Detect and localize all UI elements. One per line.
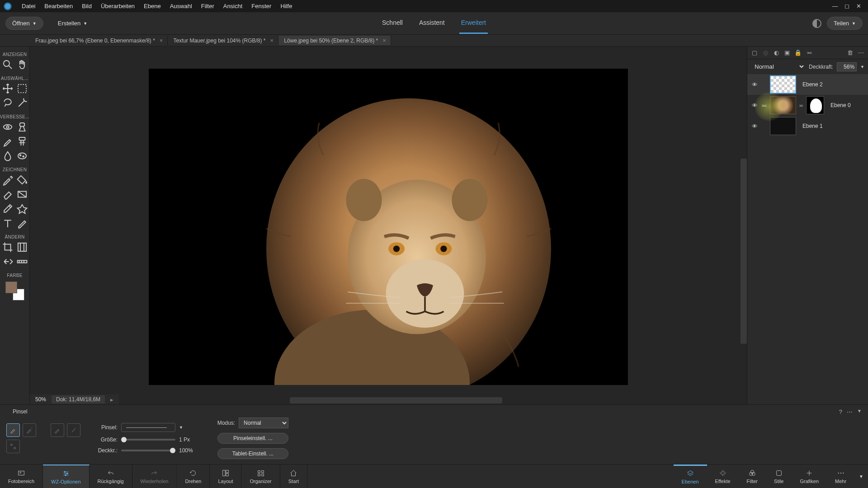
layer-row-ebene1[interactable]: 👁 Ebene 1	[747, 116, 868, 136]
opacity-input[interactable]	[837, 62, 857, 71]
clone-tool[interactable]	[16, 136, 28, 147]
eyedropper-tool[interactable]	[2, 203, 14, 215]
menu-fenster[interactable]: Fenster	[247, 3, 276, 9]
taskbar-layers[interactable]: Ebenen	[674, 465, 707, 488]
menu-bild[interactable]: Bild	[77, 3, 96, 9]
layer-thumbnail[interactable]	[770, 75, 796, 94]
close-icon[interactable]: ×	[270, 37, 274, 44]
chevron-down-icon[interactable]: ▼	[179, 425, 183, 430]
eraser-tool[interactable]	[2, 188, 14, 200]
tab-assistant[interactable]: Assistent	[417, 13, 447, 34]
zoom-tool[interactable]	[2, 59, 14, 70]
spot-heal-tool[interactable]	[16, 121, 28, 133]
chevron-down-icon[interactable]: ▼	[860, 65, 864, 69]
adjustment-icon[interactable]: ◐	[773, 49, 780, 56]
menu-hilfe[interactable]: Hilfe	[276, 3, 297, 9]
menu-auswahl[interactable]: Auswahl	[165, 3, 197, 9]
collapse-icon[interactable]: ▼	[857, 408, 862, 415]
foreground-color[interactable]	[5, 282, 17, 293]
canvas-image[interactable]	[149, 69, 628, 385]
maximize-button[interactable]: ◻	[841, 2, 853, 11]
visibility-icon[interactable]: 👁	[751, 122, 758, 130]
menu-ueberarbeiten[interactable]: Überarbeiten	[96, 3, 139, 9]
scrollbar-horizontal[interactable]	[290, 397, 502, 404]
open-button[interactable]: Öffnen ▼	[5, 17, 43, 30]
blend-mode-brush[interactable]: Normal	[239, 418, 288, 428]
taskbar-redo[interactable]: Wiederholen	[132, 465, 177, 488]
tab-quick[interactable]: Schnell	[380, 13, 405, 34]
text-tool[interactable]	[2, 217, 14, 229]
menu-ansicht[interactable]: Ansicht	[219, 3, 247, 9]
zoom-level[interactable]: 50%	[35, 396, 46, 403]
minimize-button[interactable]: —	[829, 2, 841, 11]
layer-row-ebene2[interactable]: 👁 Ebene 2	[747, 74, 868, 95]
taskbar-collapse[interactable]: ▼	[854, 465, 868, 488]
layer-name[interactable]: Ebene 1	[802, 123, 823, 129]
help-icon[interactable]: ?	[839, 408, 842, 415]
create-button[interactable]: Erstellen ▼	[52, 17, 94, 29]
panel-menu-icon[interactable]: ⋯	[857, 49, 864, 56]
new-layer-icon[interactable]: ▢	[751, 49, 758, 56]
scrollbar-vertical[interactable]	[741, 159, 747, 344]
taskbar-photobin[interactable]: Fotobereich	[0, 465, 43, 488]
doc-tab-0[interactable]: Frau.jpeg bei 66,7% (Ebene 0, Ebenenmask…	[30, 36, 168, 45]
taskbar-graphics[interactable]: Grafiken	[792, 465, 827, 488]
options-menu-icon[interactable]: ⋯	[847, 408, 853, 415]
doc-tab-1[interactable]: Textur Mauer.jpeg bei 104% (RGB/8) * ×	[168, 36, 278, 45]
smart-brush-tool[interactable]	[2, 136, 14, 147]
straighten-tool[interactable]	[16, 256, 28, 267]
recompose-tool[interactable]	[16, 241, 28, 253]
trash-icon[interactable]: 🗑	[846, 49, 854, 56]
taskbar-styles[interactable]: Stile	[766, 465, 792, 488]
taskbar-tool-options[interactable]: WZ-Optionen	[43, 465, 89, 488]
brush-tool[interactable]	[2, 174, 14, 186]
layer-mask-thumbnail[interactable]	[806, 96, 824, 114]
menu-filter[interactable]: Filter	[197, 3, 219, 9]
brush-variant-impressionist[interactable]	[23, 423, 36, 437]
size-value[interactable]: 1 Px	[179, 436, 190, 443]
canvas-area[interactable]: 50% Dok: 11,4M/18,6M ▸	[30, 47, 747, 404]
layer-thumbnail[interactable]	[770, 96, 796, 114]
brush-opacity-value[interactable]: 100%	[179, 447, 193, 454]
taskbar-home[interactable]: Start	[280, 465, 307, 488]
pencil-tool[interactable]	[16, 217, 28, 229]
brush-variant-normal[interactable]	[6, 423, 20, 437]
brush-variant-pattern[interactable]	[6, 440, 20, 453]
link-indicator[interactable]: ⫘	[761, 102, 767, 109]
layer-thumbnail[interactable]	[770, 117, 796, 135]
content-move-tool[interactable]	[2, 256, 14, 267]
taskbar-organizer[interactable]: Organizer	[241, 465, 280, 488]
brush-variant-pencil[interactable]	[67, 423, 80, 437]
taskbar-effects[interactable]: Effekte	[707, 465, 739, 488]
hand-tool[interactable]	[16, 59, 28, 70]
visibility-icon[interactable]: 👁	[751, 81, 758, 88]
close-button[interactable]: ✕	[853, 2, 864, 11]
blur-tool[interactable]	[2, 150, 14, 162]
color-swatches[interactable]	[5, 282, 24, 300]
close-icon[interactable]: ×	[160, 37, 163, 44]
mask-icon[interactable]: ▣	[783, 49, 791, 56]
taskbar-filter[interactable]: Filter	[739, 465, 766, 488]
taskbar-more[interactable]: ⋯ Mehr	[827, 465, 854, 488]
lock-icon[interactable]: 🔒	[794, 49, 802, 56]
move-tool[interactable]	[2, 83, 14, 94]
close-icon[interactable]: ×	[382, 37, 386, 44]
blend-mode-select[interactable]: Normal	[751, 62, 805, 71]
tab-expert[interactable]: Erweitert	[459, 13, 488, 34]
taskbar-undo[interactable]: Rückgängig	[90, 465, 132, 488]
layer-row-ebene0[interactable]: 👁 ⫘ ⫘ Ebene 0	[747, 95, 868, 116]
wand-tool[interactable]	[16, 97, 28, 109]
mask-link-icon[interactable]: ⫘	[799, 103, 803, 108]
sponge-tool[interactable]	[16, 150, 28, 162]
theme-toggle-icon[interactable]	[812, 19, 821, 28]
marquee-tool[interactable]	[16, 83, 28, 94]
tablet-settings-button[interactable]: Tablet-Einstell. ...	[217, 448, 288, 459]
eye-tool[interactable]	[2, 121, 14, 133]
crop-tool[interactable]	[2, 241, 14, 253]
taskbar-layout[interactable]: Layout	[210, 465, 241, 488]
link-icon[interactable]: ⫘	[805, 49, 812, 56]
brush-preset-picker[interactable]	[121, 423, 175, 432]
opacity-slider[interactable]	[121, 450, 175, 451]
layer-name[interactable]: Ebene 0	[830, 102, 851, 108]
taskbar-rotate[interactable]: Drehen	[177, 465, 210, 488]
